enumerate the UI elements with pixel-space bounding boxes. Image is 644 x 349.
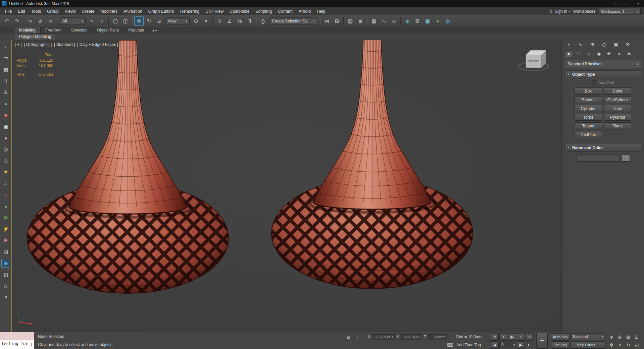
material-editor-icon[interactable]: ◉ bbox=[403, 16, 412, 26]
toggle-scene-explorer-icon[interactable]: ▤ bbox=[346, 16, 355, 26]
workspace-dropdown[interactable]: Workspace_1 ▾ bbox=[599, 8, 641, 14]
clipboard-icon[interactable]: ▤ bbox=[1, 247, 10, 256]
marker-icon[interactable]: ◆ bbox=[1, 111, 10, 119]
lightning-icon[interactable]: ⚡ bbox=[1, 225, 10, 233]
snaps-toggle-icon[interactable]: 3 bbox=[215, 16, 224, 26]
object-type-button[interactable]: Torus bbox=[575, 114, 602, 121]
previous-key-button[interactable]: ◀ bbox=[491, 341, 499, 349]
menu-item[interactable]: Civil View bbox=[202, 7, 227, 15]
object-type-button[interactable]: Teapot bbox=[575, 122, 602, 129]
reference-coordinate-dropdown[interactable]: View ▾ bbox=[165, 17, 190, 25]
walk-through-icon[interactable]: ✧ bbox=[616, 341, 624, 349]
z-coordinate-field[interactable]: 0,0mm bbox=[429, 334, 447, 340]
schematic-view-icon[interactable]: ◇ bbox=[389, 16, 399, 26]
select-by-name-icon[interactable]: ≡ bbox=[97, 16, 107, 26]
viewport-label-segment[interactable]: [ Standard ] bbox=[54, 42, 75, 47]
object-name-input[interactable] bbox=[577, 155, 620, 162]
ribbon-config-icon[interactable]: ● ▾ bbox=[152, 29, 157, 34]
foliage-icon[interactable]: ✿ bbox=[1, 213, 10, 222]
use-pivot-center-icon[interactable]: ⊙ bbox=[191, 16, 201, 26]
menu-item[interactable]: Customize bbox=[227, 7, 252, 15]
object-color-swatch[interactable] bbox=[622, 155, 630, 162]
name-color-rollout-header[interactable]: ▼ Name and Color bbox=[564, 144, 641, 152]
orbit-icon[interactable]: ↻ bbox=[624, 341, 632, 349]
menu-item[interactable]: Tools bbox=[28, 7, 44, 15]
render-setup-icon[interactable]: ⚙ bbox=[413, 16, 422, 26]
menu-item[interactable]: Edit bbox=[15, 7, 28, 15]
menu-item[interactable]: Content bbox=[275, 7, 296, 15]
box-primitive-icon[interactable]: ▣ bbox=[1, 122, 10, 131]
character-icon[interactable]: ☺ bbox=[1, 282, 10, 290]
sphere-green-icon[interactable]: ● bbox=[1, 202, 10, 211]
named-selection-sets-dropdown[interactable]: Create Selection Se ▾ bbox=[269, 17, 317, 25]
menu-item[interactable]: Rendering bbox=[177, 7, 203, 15]
menu-item[interactable]: Animation bbox=[120, 7, 145, 15]
cameras-category-icon[interactable]: ◉ bbox=[595, 50, 602, 57]
separator[interactable] bbox=[132, 17, 133, 25]
object-type-button[interactable]: Sphere bbox=[575, 96, 602, 103]
ribbon-tab[interactable]: Modeling bbox=[14, 27, 41, 34]
separator[interactable] bbox=[23, 17, 24, 25]
separator[interactable] bbox=[343, 17, 344, 25]
key-mode-toggle-icon[interactable]: ✦ bbox=[526, 342, 532, 348]
y-coordinate-field[interactable]: -11114,66 bbox=[401, 334, 422, 340]
ribbon-tab[interactable]: Selection bbox=[66, 27, 92, 34]
menu-item[interactable]: Create bbox=[79, 7, 98, 15]
viewport-label-segment[interactable]: [ + ] bbox=[15, 42, 21, 47]
restore-button[interactable]: □ bbox=[621, 0, 633, 7]
separator[interactable] bbox=[400, 17, 401, 25]
ribbon-tab[interactable]: Freeform bbox=[41, 27, 66, 34]
menu-item[interactable]: Group bbox=[44, 7, 62, 15]
window-crossing-icon[interactable]: ◫ bbox=[121, 16, 130, 26]
previous-frame-button[interactable]: ‹ bbox=[499, 333, 507, 341]
object-type-button[interactable]: TextPlus bbox=[575, 131, 602, 138]
selection-lock-icon[interactable]: ⊠ bbox=[346, 334, 352, 340]
cylinder-primitive-icon[interactable]: ▯ bbox=[1, 76, 10, 85]
rectangle-shape-icon[interactable]: ▭ bbox=[1, 54, 10, 62]
render-production-icon[interactable]: ● bbox=[433, 16, 442, 26]
separator[interactable] bbox=[57, 17, 57, 25]
menu-item[interactable]: Graph Editors bbox=[145, 7, 177, 15]
separator[interactable] bbox=[320, 17, 320, 25]
select-object-icon[interactable]: ↖ bbox=[87, 16, 97, 26]
menu-item[interactable]: Modifiers bbox=[97, 7, 120, 15]
utilities-tab-icon[interactable]: ⚒ bbox=[624, 41, 631, 48]
redo-icon[interactable]: ↷ bbox=[12, 16, 21, 26]
object-type-button[interactable]: Cone bbox=[604, 88, 632, 95]
go-to-start-button[interactable]: « bbox=[491, 333, 499, 341]
spinner-arrows[interactable]: ▲ ▼ bbox=[513, 343, 516, 347]
frame-spinner[interactable]: 0 ▲ ▼ bbox=[499, 342, 516, 348]
cone-primitive-icon[interactable]: △ bbox=[1, 156, 10, 165]
object-type-button[interactable]: Plane bbox=[604, 122, 632, 129]
polygon-modeling-panel-tab[interactable]: Polygon Modeling bbox=[15, 34, 55, 40]
select-and-link-icon[interactable]: ∞ bbox=[26, 16, 35, 26]
separator[interactable] bbox=[108, 17, 109, 25]
x-coordinate-field[interactable]: -3378,801 bbox=[373, 334, 395, 340]
minimize-button[interactable]: − bbox=[610, 0, 621, 7]
next-key-button[interactable]: ▶ bbox=[517, 341, 525, 349]
auto-key-button[interactable]: Auto Key bbox=[551, 333, 570, 341]
align-icon[interactable]: ⊞ bbox=[332, 16, 342, 26]
motion-tab-icon[interactable]: ◴ bbox=[600, 41, 608, 48]
grid-helper-icon[interactable]: ▦ bbox=[1, 65, 10, 74]
listener-pane[interactable]: Testing for ; bbox=[0, 340, 34, 349]
menu-item[interactable]: File bbox=[2, 7, 15, 15]
curve-editor-icon[interactable]: ∿ bbox=[379, 16, 389, 26]
biped-icon[interactable]: ♙ bbox=[1, 88, 10, 97]
torus-primitive-icon[interactable]: ◎ bbox=[1, 145, 10, 154]
undo-icon[interactable]: ↶ bbox=[2, 16, 11, 26]
rectangular-selection-region-icon[interactable]: ▢ bbox=[111, 16, 120, 26]
select-and-move-icon[interactable]: ✥ bbox=[134, 16, 144, 26]
ribbon-tab[interactable]: Object Paint bbox=[92, 27, 123, 34]
viewcube[interactable]: FRONT bbox=[515, 45, 552, 77]
ribbon-tab[interactable]: Populate bbox=[123, 27, 149, 34]
bind-to-space-warp-icon[interactable]: ≋ bbox=[46, 16, 55, 26]
transform-type-in-icon[interactable]: ✛ bbox=[354, 334, 360, 340]
macro-recorder-pane[interactable] bbox=[0, 332, 34, 340]
create-tab-icon[interactable]: + bbox=[565, 41, 573, 48]
add-time-tag[interactable]: Add Time Tag bbox=[456, 343, 481, 347]
separator[interactable] bbox=[256, 17, 257, 25]
select-and-scale-icon[interactable]: ⊿ bbox=[154, 16, 164, 26]
close-button[interactable]: × bbox=[633, 0, 644, 7]
object-type-button[interactable]: GeoSphere bbox=[604, 96, 632, 103]
